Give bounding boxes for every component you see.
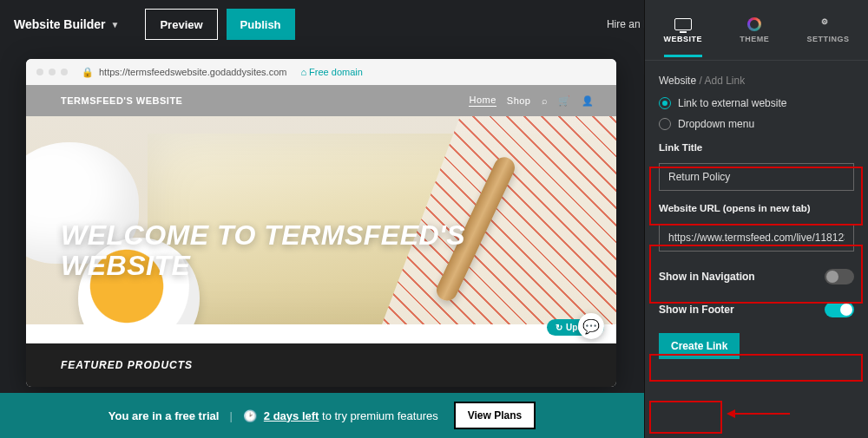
create-row: Create Link — [659, 333, 854, 359]
free-domain-link[interactable]: ⌂ Free domain — [300, 67, 362, 77]
breadcrumb-root[interactable]: Website — [659, 75, 696, 87]
brand-label: Website Builder — [14, 17, 106, 31]
traffic-dot — [61, 69, 68, 75]
trial-days[interactable]: 2 days left — [264, 409, 319, 422]
show-footer-label: Show in Footer — [659, 304, 734, 316]
view-plans-button[interactable]: View Plans — [454, 402, 536, 429]
user-icon[interactable]: 👤 — [582, 95, 595, 107]
breadcrumb: Website / Add Link — [659, 75, 854, 87]
radio-dropdown-label: Dropdown menu — [678, 118, 754, 130]
link-title-label: Link Title — [659, 142, 854, 153]
color-ring-icon — [747, 17, 761, 31]
show-footer-row: Show in Footer — [659, 302, 854, 317]
show-nav-toggle[interactable] — [825, 269, 854, 284]
lock-icon: 🔒 — [82, 67, 94, 78]
hero-section[interactable]: WELCOME TO TERMSFEED'S WEBSITE — [26, 116, 616, 324]
link-title-input[interactable] — [659, 163, 854, 191]
hero-line2: WEBSITE — [61, 251, 465, 281]
tab-website[interactable]: WEBSITE — [657, 12, 710, 49]
clock-icon: 🕑 — [243, 409, 257, 422]
trial-suffix: to try premium features — [319, 409, 437, 422]
radio-icon — [659, 97, 671, 109]
traffic-dot — [49, 69, 56, 75]
url-group: Website URL (opens in new tab) — [659, 203, 854, 252]
site-title: TERMSFEED'S WEBSITE — [61, 95, 182, 106]
monitor-icon — [674, 18, 692, 30]
show-nav-row: Show in Navigation — [659, 269, 854, 284]
preview-button[interactable]: Preview — [145, 9, 217, 40]
panel-tabs: WEBSITE THEME ⚙ SETTINGS — [645, 0, 868, 61]
chevron-down-icon: ▼ — [111, 20, 120, 29]
publish-button[interactable]: Publish — [227, 9, 295, 40]
chat-button[interactable]: 💬 — [578, 313, 604, 339]
tab-settings-label: SETTINGS — [806, 35, 849, 43]
preview-url: https://termsfeedswebsite.godaddysites.c… — [99, 67, 286, 77]
radio-external-label: Link to external website — [678, 97, 786, 109]
tab-website-label: WEBSITE — [664, 35, 703, 43]
tab-settings[interactable]: ⚙ SETTINGS — [799, 12, 856, 49]
gear-icon: ⚙ — [821, 17, 835, 31]
site-header: TERMSFEED'S WEBSITE Home Shop ⌕ 🛒 👤 — [26, 85, 616, 116]
search-icon[interactable]: ⌕ — [542, 95, 549, 106]
site-preview: 🔒 https://termsfeedswebsite.godaddysites… — [26, 59, 616, 387]
link-title-group: Link Title — [659, 142, 854, 191]
show-footer-toggle[interactable] — [825, 302, 854, 317]
tab-theme[interactable]: THEME — [733, 12, 776, 49]
featured-section[interactable]: FEATURED PRODUCTS — [26, 343, 616, 387]
featured-title: FEATURED PRODUCTS — [61, 359, 193, 371]
gift-icon: ⌂ — [300, 67, 306, 77]
traffic-dot — [36, 69, 43, 75]
chat-icon: 💬 — [582, 318, 600, 335]
hero-line1: WELCOME TO TERMSFEED'S — [61, 220, 465, 251]
show-nav-label: Show in Navigation — [659, 271, 755, 283]
brand-dropdown[interactable]: Website Builder ▼ — [14, 17, 119, 31]
nav-shop[interactable]: Shop — [507, 95, 531, 106]
breadcrumb-current: Add Link — [705, 75, 746, 87]
radio-icon — [659, 118, 671, 130]
cart-icon[interactable]: 🛒 — [558, 95, 571, 107]
tab-theme-label: THEME — [740, 35, 769, 43]
url-input[interactable] — [659, 224, 854, 252]
trial-bar: You are in a free trial | 🕑 2 days left … — [0, 393, 644, 438]
annotation-arrow — [729, 413, 790, 415]
radio-external[interactable]: Link to external website — [659, 97, 854, 109]
separator: | — [229, 409, 232, 422]
free-domain-label: Free domain — [309, 67, 363, 77]
radio-dropdown[interactable]: Dropdown menu — [659, 118, 854, 130]
browser-bar: 🔒 https://termsfeedswebsite.godaddysites… — [26, 59, 616, 85]
url-label: Website URL (opens in new tab) — [659, 203, 854, 213]
nav-home[interactable]: Home — [469, 95, 496, 107]
site-nav: Home Shop ⌕ 🛒 👤 — [469, 95, 594, 107]
panel-body: Website / Add Link Link to external webs… — [645, 61, 868, 368]
hero-headline: WELCOME TO TERMSFEED'S WEBSITE — [61, 220, 465, 281]
create-link-button[interactable]: Create Link — [659, 333, 740, 359]
right-panel: WEBSITE THEME ⚙ SETTINGS Website / Add L… — [644, 0, 868, 438]
refresh-icon: ↻ — [556, 323, 562, 332]
trial-prefix: You are in a free trial — [108, 409, 220, 422]
